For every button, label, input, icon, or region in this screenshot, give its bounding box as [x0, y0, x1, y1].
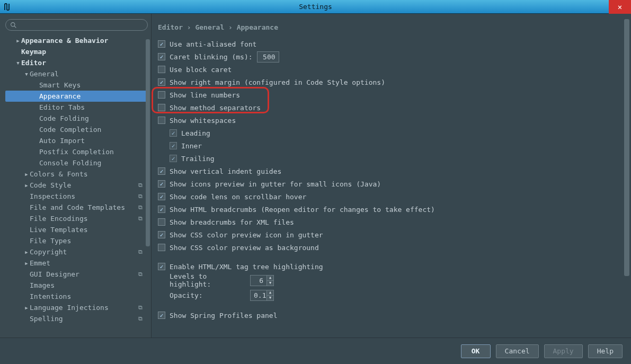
tree-item-images[interactable]: Images: [5, 280, 148, 291]
checkbox-icon: [158, 91, 165, 99]
profile-scope-icon: ⧉: [138, 182, 145, 189]
opt-show-html-breadcrumbs[interactable]: Show HTML breadcrumbs (Reopen editor for…: [158, 203, 623, 216]
opt-caret-blinking[interactable]: Caret blinking (ms):500: [158, 50, 623, 63]
tree-item-live-templates[interactable]: Live Templates: [5, 224, 148, 235]
tree-item-appearance-behavior[interactable]: ▶Appearance & Behavior: [5, 35, 148, 46]
checkbox-icon: [158, 104, 165, 111]
opt-show-whitespaces[interactable]: Show whitespaces: [158, 114, 623, 127]
chevron-right-icon: ▶: [23, 250, 30, 255]
checkbox-icon: [158, 312, 165, 319]
tree-item-editor[interactable]: ▼Editor: [5, 57, 148, 68]
tree-item-code-completion[interactable]: Code Completion: [5, 124, 148, 135]
svg-point-0: [11, 22, 15, 26]
settings-tree: ▶Appearance & Behavior Keymap ▼Editor ▼G…: [5, 35, 148, 324]
field-levels-to-highlight: Levels to highlight: 6▲▼: [158, 273, 623, 288]
tree-item-file-code-templates[interactable]: File and Code Templates⧉: [5, 202, 148, 213]
opt-show-method-separators[interactable]: Show method separators: [158, 101, 623, 114]
profile-scope-icon: ⧉: [138, 271, 145, 278]
chevron-up-icon: ▲: [267, 290, 273, 296]
chevron-right-icon: ▶: [23, 183, 30, 188]
checkbox-icon: [158, 244, 165, 251]
opt-use-antialiased[interactable]: Use anti-aliased font: [158, 38, 623, 50]
spinner-buttons[interactable]: ▲▼: [266, 290, 273, 300]
checkbox-icon: [158, 263, 165, 270]
checkbox-icon: [158, 193, 165, 200]
checkbox-icon: [158, 218, 165, 226]
tree-item-general[interactable]: ▼General: [5, 68, 148, 79]
levels-label: Levels to highlight:: [170, 272, 250, 288]
profile-scope-icon: ⧉: [138, 193, 145, 200]
tree-item-gui-designer[interactable]: GUI Designer⧉: [5, 269, 148, 280]
opt-show-icons-preview[interactable]: Show icons preview in gutter for small i…: [158, 177, 623, 190]
opt-leading[interactable]: Leading: [158, 127, 623, 139]
main-scrollbar[interactable]: [624, 19, 629, 332]
opt-show-spring-profiles[interactable]: Show Spring Profiles panel: [158, 309, 623, 322]
opt-show-vertical-indent[interactable]: Show vertical indent guides: [158, 165, 623, 177]
opt-inner[interactable]: Inner: [158, 139, 623, 152]
opt-show-xml-breadcrumbs[interactable]: Show breadcrumbs for XML files: [158, 216, 623, 228]
tree-item-code-folding[interactable]: Code Folding: [5, 113, 148, 124]
opt-show-line-numbers[interactable]: Show line numbers: [158, 88, 623, 101]
tree-item-inspections[interactable]: Inspections⧉: [5, 191, 148, 202]
field-opacity: Opacity: 0.1▲▼: [158, 288, 623, 303]
opt-show-code-lens[interactable]: Show code lens on scrollbar hover: [158, 190, 623, 203]
tree-item-smart-keys[interactable]: Smart Keys: [5, 79, 148, 91]
tree-item-copyright[interactable]: ▶Copyright⧉: [5, 246, 148, 258]
caret-blinking-input[interactable]: 500: [257, 51, 279, 63]
profile-scope-icon: ⧉: [138, 204, 145, 211]
chevron-down-icon: ▼: [267, 281, 273, 286]
profile-scope-icon: ⧉: [138, 215, 145, 222]
levels-spinner[interactable]: 6▲▼: [250, 275, 274, 286]
opt-show-css-color-bg[interactable]: Show CSS color preview as background: [158, 241, 623, 254]
tree-item-emmet[interactable]: ▶Emmet: [5, 258, 148, 269]
checkbox-icon: [170, 129, 177, 137]
help-button[interactable]: Help: [588, 344, 623, 358]
spinner-buttons[interactable]: ▲▼: [266, 276, 273, 286]
cancel-button[interactable]: Cancel: [496, 344, 539, 358]
window-close-button[interactable]: ✕: [609, 0, 631, 14]
opt-enable-tag-tree[interactable]: Enable HTML/XML tag tree highlighting: [158, 260, 623, 273]
profile-scope-icon: ⧉: [138, 304, 145, 311]
tree-item-keymap[interactable]: Keymap: [5, 46, 148, 57]
sidebar-scrollbar-thumb[interactable]: [146, 39, 150, 246]
chevron-right-icon: ▶: [23, 305, 30, 310]
sidebar-scrollbar[interactable]: [146, 39, 150, 335]
tree-item-file-types[interactable]: File Types: [5, 235, 148, 246]
tree-item-postfix-completion[interactable]: Postfix Completion: [5, 146, 148, 157]
tree-item-auto-import[interactable]: Auto Import: [5, 135, 148, 146]
search-icon: [10, 22, 17, 29]
tree-item-file-encodings[interactable]: File Encodings⧉: [5, 213, 148, 224]
tree-item-appearance[interactable]: Appearance: [5, 91, 148, 102]
opacity-spinner[interactable]: 0.1▲▼: [250, 290, 274, 301]
close-icon: ✕: [618, 3, 622, 11]
tree-item-code-style[interactable]: ▶Code Style⧉: [5, 180, 148, 191]
chevron-down-icon: ▼: [15, 60, 21, 66]
tree-item-editor-tabs[interactable]: Editor Tabs: [5, 102, 148, 113]
dialog-footer: OK Cancel Apply Help: [0, 338, 631, 364]
tree-item-intentions[interactable]: Intentions: [5, 291, 148, 302]
search-input[interactable]: [5, 19, 148, 31]
ok-button[interactable]: OK: [461, 344, 491, 358]
checkbox-icon: [158, 117, 165, 124]
main-scrollbar-thumb[interactable]: [624, 19, 629, 276]
chevron-right-icon: ▶: [23, 261, 30, 266]
opt-trailing[interactable]: Trailing: [158, 152, 623, 165]
opt-use-block-caret[interactable]: Use block caret: [158, 63, 623, 76]
tree-item-spelling[interactable]: Spelling⧉: [5, 313, 148, 324]
checkbox-icon: [158, 206, 165, 213]
apply-button[interactable]: Apply: [544, 344, 583, 358]
tree-item-language-injections[interactable]: ▶Language Injections⧉: [5, 302, 148, 313]
tree-item-colors-fonts[interactable]: ▶Colors & Fonts: [5, 168, 148, 180]
app-icon: [3, 2, 14, 12]
profile-scope-icon: ⧉: [138, 315, 145, 322]
tree-item-console-folding[interactable]: Console Folding: [5, 157, 148, 168]
checkbox-icon: [158, 167, 165, 175]
chevron-down-icon: ▼: [23, 72, 30, 77]
checkbox-icon: [170, 142, 177, 149]
checkbox-icon: [170, 155, 177, 162]
checkbox-icon: [158, 180, 165, 188]
checkbox-icon: [158, 231, 165, 238]
opt-show-right-margin[interactable]: Show right margin (configured in Code St…: [158, 76, 623, 88]
opt-show-css-color-gutter[interactable]: Show CSS color preview icon in gutter: [158, 228, 623, 241]
svg-line-1: [14, 26, 16, 28]
